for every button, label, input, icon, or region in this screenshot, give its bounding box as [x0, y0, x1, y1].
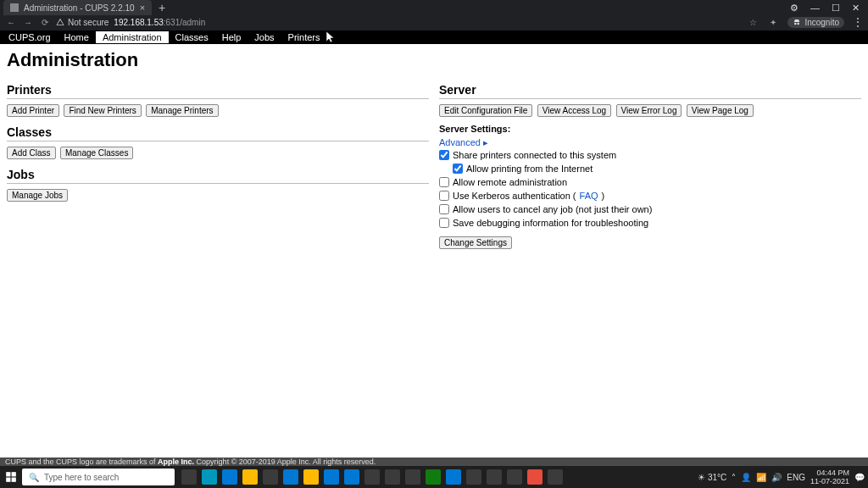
nav-help[interactable]: Help — [215, 31, 248, 43]
nav-jobs[interactable]: Jobs — [248, 31, 281, 43]
cancel-any-job-checkbox[interactable] — [439, 204, 449, 214]
edit-config-button[interactable]: Edit Configuration File — [439, 104, 532, 117]
view-error-log-button[interactable]: View Error Log — [616, 104, 682, 117]
share-printers-option[interactable]: Share printers connected to this system — [439, 148, 861, 162]
kerberos-checkbox[interactable] — [439, 191, 449, 201]
incognito-label: Incognito — [804, 18, 839, 27]
back-icon[interactable]: ← — [5, 18, 17, 27]
nav-classes[interactable]: Classes — [169, 31, 215, 43]
store-icon[interactable] — [283, 469, 298, 485]
notifications-icon[interactable]: 💬 — [854, 473, 865, 482]
printers-heading: Printers — [7, 83, 429, 99]
tab-title: Administration - CUPS 2.2.10 — [24, 3, 135, 13]
nav-home[interactable]: Home — [58, 31, 96, 43]
manage-jobs-button[interactable]: Manage Jobs — [7, 189, 68, 202]
network-icon[interactable]: 📶 — [756, 473, 766, 482]
svg-rect-2 — [6, 472, 10, 476]
debug-info-label: Save debugging information for troublesh… — [453, 216, 648, 230]
nav-cups-org[interactable]: CUPS.org — [2, 31, 58, 43]
new-tab-button[interactable]: + — [152, 1, 172, 14]
view-access-log-button[interactable]: View Access Log — [537, 104, 611, 117]
bookmark-star-icon[interactable]: ☆ — [747, 18, 759, 27]
forward-icon[interactable]: → — [22, 18, 34, 27]
excel-icon[interactable] — [426, 469, 441, 485]
allow-internet-option[interactable]: Allow printing from the Internet — [439, 162, 861, 175]
app-icon-1[interactable] — [385, 469, 400, 485]
minimize-icon[interactable]: — — [810, 3, 820, 14]
file-explorer-icon[interactable] — [242, 469, 258, 485]
chrome-menu-icon[interactable]: ⋮ — [853, 16, 863, 28]
people-icon[interactable]: 👤 — [741, 473, 751, 482]
classes-heading: Classes — [7, 125, 429, 141]
close-icon[interactable]: × — [140, 3, 145, 13]
address-bar[interactable]: 192.168.1.53:631/admin — [114, 18, 205, 27]
app-icon-7[interactable] — [527, 469, 542, 485]
cancel-any-job-label: Allow users to cancel any job (not just … — [453, 202, 652, 216]
advanced-link[interactable]: Advanced ▸ — [439, 137, 861, 148]
nav-printers[interactable]: Printers — [281, 31, 327, 43]
app-icon-6[interactable] — [507, 469, 522, 485]
kerberos-suffix: ) — [602, 189, 605, 202]
extensions-icon[interactable]: ✦ — [767, 18, 779, 27]
kerberos-option[interactable]: Use Kerberos authentication (FAQ) — [439, 189, 861, 202]
reload-icon[interactable]: ⟳ — [39, 18, 51, 27]
language-indicator[interactable]: ENG — [787, 473, 805, 482]
edge-icon[interactable] — [222, 469, 237, 485]
cortana-icon[interactable] — [202, 469, 217, 485]
allow-remote-checkbox[interactable] — [439, 177, 449, 187]
svg-rect-4 — [6, 478, 10, 482]
footer-prefix: CUPS and the CUPS logo are trademarks of — [5, 458, 158, 466]
window-controls: ⚙ — ☐ ✕ — [790, 3, 868, 14]
app-icon-8[interactable] — [548, 469, 563, 485]
task-view-icon[interactable] — [181, 469, 197, 485]
change-settings-button[interactable]: Change Settings — [439, 236, 512, 249]
manage-classes-button[interactable]: Manage Classes — [60, 147, 133, 159]
close-window-icon[interactable]: ✕ — [852, 3, 860, 14]
word-icon[interactable] — [344, 469, 359, 485]
cancel-any-job-option[interactable]: Allow users to cancel any job (not just … — [439, 202, 861, 216]
volume-icon[interactable]: 🔊 — [771, 473, 782, 482]
tray-chevron-icon[interactable]: ˄ — [732, 473, 736, 482]
windows-logo-icon — [5, 471, 17, 483]
app-icon-2[interactable] — [405, 469, 420, 485]
find-new-printers-button[interactable]: Find New Printers — [64, 104, 141, 117]
app-icon-5[interactable] — [487, 469, 502, 485]
start-button[interactable] — [0, 466, 22, 488]
allow-remote-option[interactable]: Allow remote administration — [439, 175, 861, 189]
epic-icon[interactable] — [364, 469, 380, 485]
svg-rect-3 — [12, 472, 16, 476]
outlook-icon[interactable] — [324, 469, 339, 485]
kerberos-prefix: Use Kerberos authentication ( — [453, 189, 576, 202]
share-printers-checkbox[interactable] — [439, 150, 449, 160]
debug-info-checkbox[interactable] — [439, 218, 449, 228]
add-printer-button[interactable]: Add Printer — [7, 104, 59, 117]
page-title: Administration — [7, 49, 861, 71]
weather-widget[interactable]: ☀ 31°C — [698, 473, 726, 482]
security-badge[interactable]: Not secure — [56, 18, 108, 27]
system-tray: ☀ 31°C ˄ 👤 📶 🔊 ENG 04:44 PM 11-07-2021 💬 — [698, 469, 868, 485]
nav-administration[interactable]: Administration — [96, 31, 169, 43]
browser-tab[interactable]: Administration - CUPS 2.2.10 × — [3, 0, 152, 15]
allow-internet-checkbox[interactable] — [453, 164, 463, 174]
allow-remote-label: Allow remote administration — [453, 175, 567, 189]
maximize-icon[interactable]: ☐ — [832, 3, 840, 14]
incognito-icon — [793, 18, 801, 26]
taskbar-clock[interactable]: 04:44 PM 11-07-2021 — [810, 469, 849, 485]
mail-icon[interactable] — [303, 469, 319, 485]
tab-strip: Administration - CUPS 2.2.10 × + ⚙ — ☐ ✕ — [0, 0, 868, 15]
app-icon-3[interactable] — [446, 469, 461, 485]
view-page-log-button[interactable]: View Page Log — [687, 104, 754, 117]
url-path: :631/admin — [164, 18, 205, 27]
cups-nav: CUPS.org Home Administration Classes Hel… — [0, 30, 868, 44]
app-icon-4[interactable] — [466, 469, 481, 485]
add-class-button[interactable]: Add Class — [7, 147, 56, 159]
manage-printers-button[interactable]: Manage Printers — [146, 104, 218, 117]
taskbar-search[interactable]: 🔍 Type here to search — [22, 469, 175, 485]
search-icon: 🔍 — [29, 473, 39, 482]
debug-info-option[interactable]: Save debugging information for troublesh… — [439, 216, 861, 230]
settings-dot-icon[interactable]: ⚙ — [790, 3, 798, 14]
search-placeholder: Type here to search — [44, 473, 119, 482]
kerberos-faq-link[interactable]: FAQ — [580, 189, 598, 202]
chrome-icon[interactable] — [263, 469, 278, 485]
svg-point-1 — [798, 23, 800, 25]
